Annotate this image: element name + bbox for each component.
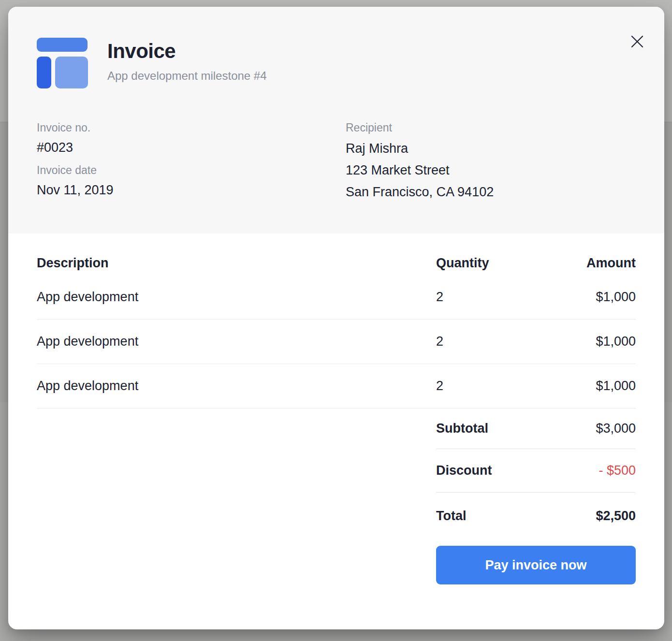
column-description: Description: [37, 256, 436, 271]
logo-square-right: [55, 57, 88, 88]
recipient-street: 123 Market Street: [346, 160, 636, 181]
subtotal-label: Subtotal: [436, 421, 488, 436]
discount-label: Discount: [436, 463, 492, 478]
subtotal-row: Subtotal $3,000: [436, 408, 636, 449]
invoice-modal: Invoice App development milestone #4 Inv…: [8, 7, 664, 629]
modal-title: Invoice: [107, 41, 267, 62]
brand-row: Invoice App development milestone #4: [37, 38, 636, 88]
invoice-body: Description Quantity Amount App developm…: [8, 233, 664, 584]
column-quantity: Quantity: [436, 256, 552, 271]
modal-subtitle: App development milestone #4: [107, 69, 267, 83]
pay-invoice-button[interactable]: Pay invoice now: [436, 546, 636, 584]
row-description: App development: [37, 334, 436, 349]
subtotal-value: $3,000: [596, 421, 636, 436]
recipient-block: Recipient Raj Mishra 123 Market Street S…: [346, 120, 636, 205]
totals-section: Subtotal $3,000 Discount - $500 Total $2…: [436, 408, 636, 539]
invoice-date-label: Invoice date: [37, 162, 346, 178]
row-amount: $1,000: [552, 379, 636, 393]
row-quantity: 2: [436, 290, 552, 305]
row-description: App development: [37, 290, 436, 305]
invoice-meta-left: Invoice no. #0023 Invoice date Nov 11, 2…: [37, 120, 346, 205]
discount-row: Discount - $500: [436, 449, 636, 493]
invoice-no-label: Invoice no.: [37, 120, 346, 135]
total-label: Total: [436, 509, 467, 524]
column-amount: Amount: [552, 256, 636, 271]
table-row: App development 2 $1,000: [37, 275, 636, 320]
close-icon: [630, 35, 644, 48]
close-button[interactable]: [624, 28, 651, 55]
invoice-date-value: Nov 11, 2019: [37, 180, 346, 200]
recipient-name: Raj Mishra: [346, 138, 636, 160]
line-items-header: Description Quantity Amount: [37, 233, 636, 275]
row-quantity: 2: [436, 379, 552, 393]
invoice-no-value: #0023: [37, 138, 346, 157]
logo-bar-left: [37, 57, 51, 88]
total-row: Total $2,500: [436, 493, 636, 539]
invoice-header: Invoice App development milestone #4 Inv…: [8, 7, 664, 233]
table-row: App development 2 $1,000: [37, 320, 636, 364]
row-description: App development: [37, 379, 436, 393]
company-logo-icon: [37, 38, 88, 88]
recipient-city: San Francisco, CA 94102: [346, 181, 636, 203]
row-amount: $1,000: [552, 334, 636, 349]
recipient-label: Recipient: [346, 120, 636, 135]
total-value: $2,500: [596, 509, 636, 524]
table-row: App development 2 $1,000: [37, 364, 636, 408]
row-amount: $1,000: [552, 290, 636, 305]
invoice-meta: Invoice no. #0023 Invoice date Nov 11, 2…: [37, 120, 636, 205]
row-quantity: 2: [436, 334, 552, 349]
discount-value: - $500: [599, 463, 636, 478]
logo-bar-top: [37, 38, 88, 52]
